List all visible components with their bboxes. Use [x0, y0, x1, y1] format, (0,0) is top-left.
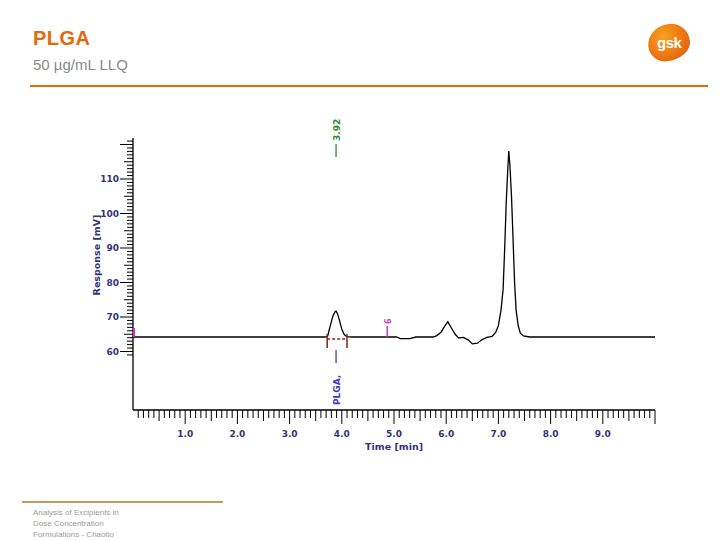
x-tick-label: 4.0 — [334, 429, 350, 439]
x-tick-label: 6.0 — [438, 429, 454, 439]
y-tick-label: 100 — [100, 209, 119, 219]
y-tick-label: 110 — [100, 174, 119, 184]
footer-line: Dose Concentration — [33, 518, 119, 529]
x-tick-label: 5.0 — [386, 429, 402, 439]
x-tick-label: 3.0 — [282, 429, 298, 439]
y-axis-title: Response [mV] — [91, 215, 102, 296]
y-tick-label: 80 — [106, 278, 119, 288]
chromatogram-plot: 607080901001101.02.03.04.05.06.07.08.09.… — [0, 0, 720, 540]
slide: PLGA 50 µg/mL LLQ gsk 607080901001101.02… — [0, 0, 720, 540]
footer-text: Analysis of Excipients in Dose Concentra… — [33, 507, 119, 540]
x-tick-label: 7.0 — [490, 429, 506, 439]
y-tick-label: 70 — [106, 312, 119, 322]
event-marker-label: 6 — [384, 318, 393, 324]
x-tick-label: 9.0 — [595, 429, 611, 439]
chromatogram-trace — [133, 151, 655, 344]
footer-divider — [22, 501, 223, 503]
footer-line: Analysis of Excipients in — [33, 507, 119, 518]
compound-label: PLGA, — [332, 375, 342, 405]
retention-time-label: 3.92 — [332, 119, 342, 141]
x-tick-label: 8.0 — [543, 429, 559, 439]
y-tick-label: 60 — [106, 347, 119, 357]
footer-line: Formulations - Chaotio — [33, 529, 119, 540]
x-axis-title: Time [min] — [365, 441, 423, 452]
x-tick-label: 2.0 — [229, 429, 245, 439]
x-tick-label: 1.0 — [177, 429, 193, 439]
y-tick-label: 90 — [106, 243, 119, 253]
